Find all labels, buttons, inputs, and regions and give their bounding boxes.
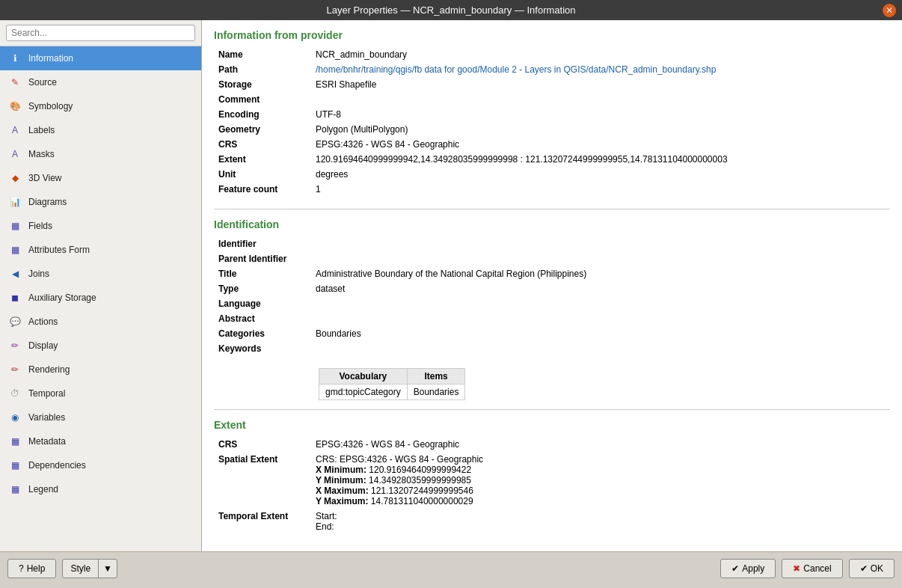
sidebar-item-dependencies[interactable]: ▦Dependencies [0, 453, 201, 477]
title-bar: Layer Properties — NCR_admin_boundary — … [0, 0, 902, 20]
style-dropdown-arrow[interactable]: ▼ [98, 560, 117, 578]
apply-checkmark-icon: ✔ [731, 563, 739, 574]
field-label: CRS [214, 137, 311, 152]
identification-table: IdentifierParent IdentifierTitleAdminist… [214, 236, 890, 356]
table-row: CRSEPSG:4326 - WGS 84 - Geographic [214, 137, 890, 152]
window-title: Layer Properties — NCR_admin_boundary — … [326, 4, 575, 16]
actions-icon: 💬 [7, 314, 22, 329]
cancel-button[interactable]: ✖ Cancel [782, 559, 842, 578]
sidebar-item-attributesform[interactable]: ▦Attributes Form [0, 238, 201, 262]
table-row: Parent Identifier [214, 251, 890, 266]
sidebar-item-variables[interactable]: ◉Variables [0, 405, 201, 429]
extent-crs-label: CRS [214, 437, 311, 452]
field-label: Path [214, 62, 311, 77]
table-row: Comment [214, 92, 890, 107]
sidebar-item-symbology[interactable]: 🎨Symbology [0, 94, 201, 118]
sidebar-item-label: Legend [28, 484, 58, 494]
field-label: Encoding [214, 107, 311, 122]
joins-icon: ◀ [7, 266, 22, 281]
sidebar-item-labels[interactable]: ALabels [0, 118, 201, 142]
field-value: NCR_admin_boundary [311, 47, 890, 62]
field-label: Feature count [214, 182, 311, 197]
sidebar-item-metadata[interactable]: ▦Metadata [0, 429, 201, 453]
spatial-xmin: X Minimum: 120.91694640999999422 [316, 465, 886, 475]
table-row: gmd:topicCategoryBoundaries [319, 385, 465, 400]
keyword-vocabulary: gmd:topicCategory [319, 385, 408, 400]
field-value: Polygon (MultiPolygon) [311, 122, 890, 137]
sidebar-item-masks[interactable]: AMasks [0, 142, 201, 166]
search-input[interactable] [6, 25, 195, 41]
sidebar-item-label: Attributes Form [28, 245, 90, 255]
field-label: Unit [214, 167, 311, 182]
extent-spatial-label: Spatial Extent [214, 452, 311, 509]
field-label: Extent [214, 152, 311, 167]
field-label: Identifier [214, 236, 311, 251]
sidebar-item-label: Rendering [28, 364, 70, 375]
keywords-value [311, 341, 890, 356]
ok-button[interactable]: ✔ OK [849, 559, 895, 578]
sidebar-search-container [0, 20, 201, 46]
content-area: Information from provider NameNCR_admin_… [202, 20, 902, 551]
sidebar-item-label: 3D View [28, 173, 61, 183]
sidebar-item-label: Actions [28, 316, 58, 327]
close-button[interactable]: ✕ [883, 4, 896, 17]
temporal-end: End: [316, 521, 886, 532]
table-row: Typedataset [214, 281, 890, 296]
sidebar-item-label: Metadata [28, 436, 66, 447]
sidebar-item-auxiliarystorage[interactable]: ◼Auxiliary Storage [0, 286, 201, 310]
apply-button[interactable]: ✔ Apply [720, 559, 776, 578]
extent-crs-value: EPSG:4326 - WGS 84 - Geographic [311, 437, 890, 452]
keywords-items-header: Items [407, 369, 465, 385]
cancel-x-icon: ✖ [793, 563, 800, 574]
keywords-vocab-header: Vocabulary [319, 369, 408, 385]
sidebar-item-joins[interactable]: ◀Joins [0, 262, 201, 286]
sidebar-item-label: Auxiliary Storage [28, 293, 96, 303]
section-extent: Extent [214, 419, 890, 431]
field-value: UTF-8 [311, 107, 890, 122]
field-value: ESRI Shapefile [311, 77, 890, 92]
table-row: Path/home/bnhr/training/qgis/fb data for… [214, 62, 890, 77]
sidebar-item-information[interactable]: ℹInformation [0, 46, 201, 70]
attributesform-icon: ▦ [7, 242, 22, 257]
temporal-extent-label: Temporal Extent [214, 509, 311, 534]
help-button[interactable]: ? Help [7, 559, 56, 578]
sidebar-item-label: Masks [28, 149, 55, 159]
field-label: Language [214, 296, 311, 311]
style-dropdown[interactable]: Style ▼ [62, 559, 117, 578]
display-icon: ✏ [7, 338, 22, 353]
table-row: CRS EPSG:4326 - WGS 84 - Geographic [214, 437, 890, 452]
sidebar-item-source[interactable]: ✎Source [0, 70, 201, 94]
sidebar-item-label: Diagrams [28, 197, 67, 207]
ok-checkmark-icon: ✔ [860, 563, 868, 574]
help-icon: ? [19, 563, 24, 574]
temporal-icon: ⏱ [7, 386, 22, 401]
sidebar-item-actions[interactable]: 💬Actions [0, 310, 201, 334]
table-row: Abstract [214, 311, 890, 326]
auxiliarystorage-icon: ◼ [7, 290, 22, 305]
temporal-start: Start: [316, 511, 886, 521]
sidebar-item-label: Fields [28, 221, 52, 231]
keywords-label: Keywords [214, 341, 311, 356]
keyword-items: Boundaries [407, 385, 465, 400]
field-label: Type [214, 281, 311, 296]
legend-icon: ▦ [7, 482, 22, 497]
sidebar-item-3dview[interactable]: ◆3D View [0, 166, 201, 190]
sidebar-item-temporal[interactable]: ⏱Temporal [0, 382, 201, 405]
path-link[interactable]: /home/bnhr/training/qgis/fb data for goo… [316, 64, 716, 75]
field-value: /home/bnhr/training/qgis/fb data for goo… [311, 62, 890, 77]
sidebar-item-diagrams[interactable]: 📊Diagrams [0, 190, 201, 214]
field-value: Boundaries [311, 326, 890, 341]
sidebar-item-rendering[interactable]: ✏Rendering [0, 358, 201, 382]
extent-table: CRS EPSG:4326 - WGS 84 - Geographic Spat… [214, 437, 890, 534]
field-value [311, 296, 890, 311]
3dview-icon: ◆ [7, 171, 22, 186]
sidebar-item-display[interactable]: ✏Display [0, 334, 201, 358]
spatial-xmax: X Maximum: 121.13207244999999546 [316, 486, 886, 496]
field-value [311, 236, 890, 251]
sidebar-item-legend[interactable]: ▦Legend [0, 477, 201, 501]
table-row: NameNCR_admin_boundary [214, 47, 890, 62]
table-row: Unitdegrees [214, 167, 890, 182]
spatial-crs: CRS: EPSG:4326 - WGS 84 - Geographic [316, 454, 886, 465]
sidebar-item-fields[interactable]: ▦Fields [0, 214, 201, 238]
temporal-extent-value: Start: End: [311, 509, 890, 534]
